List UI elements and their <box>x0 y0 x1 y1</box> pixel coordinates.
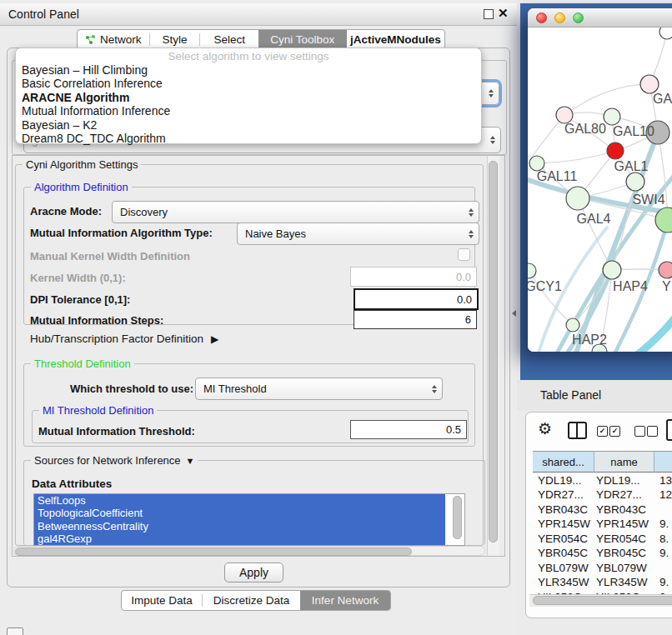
dpi-tolerance-field[interactable]: 0.0 <box>354 288 479 310</box>
node-label: GAL1 <box>614 159 649 173</box>
cell: YDL19... <box>594 474 654 487</box>
column-header-label: name <box>610 456 638 468</box>
node-gal1[interactable] <box>607 142 624 159</box>
list-item[interactable]: gal4RGexp <box>34 532 445 545</box>
node[interactable] <box>659 262 672 278</box>
bottom-tabbar: Impute Data Discretize Data Infer Networ… <box>121 590 391 611</box>
table-row[interactable]: YBR043CYBR043C <box>533 502 659 518</box>
node-label: GCY1 <box>528 279 562 293</box>
node[interactable] <box>659 28 672 39</box>
which-threshold-value: MI Threshold <box>203 382 267 395</box>
node-gal4[interactable] <box>566 187 589 210</box>
mi-steps-value: 6 <box>465 313 471 326</box>
column-header-shared-name[interactable]: shared... <box>533 451 594 472</box>
mi-steps-field[interactable]: 6 <box>354 310 477 329</box>
hub-expander[interactable]: Hub/Transcription Factor Definition ▶ <box>30 332 218 345</box>
node-gcy1[interactable] <box>528 263 536 278</box>
function-builder-icon[interactable] <box>666 419 672 441</box>
cell: 8. <box>654 532 669 545</box>
table-row[interactable]: YDL19...YDL19...13 <box>533 473 672 488</box>
table-row[interactable]: YBR045CYBR045C9. <box>533 546 669 561</box>
tab-jactivemnodules[interactable]: jActiveMNodules <box>347 30 444 49</box>
popup-item[interactable]: Bayesian – Hill Climbing <box>16 63 481 77</box>
zoom-traffic-light[interactable] <box>573 12 584 23</box>
stepper-arrows-icon <box>432 385 437 393</box>
minimize-traffic-light[interactable] <box>554 12 565 23</box>
deselect-all-icon[interactable] <box>634 426 645 437</box>
deselect-all-icon-2[interactable] <box>647 426 658 437</box>
table-row[interactable]: YDR27...YDR27...12 <box>533 488 672 502</box>
list-item[interactable]: TopologicalCoefficient <box>34 507 445 519</box>
mi-threshold-field[interactable]: 0.5 <box>350 420 467 439</box>
settings-hscrollbar-thumb[interactable] <box>15 548 412 556</box>
kernel-width-field[interactable]: 0.0 <box>350 267 477 287</box>
triangle-right-icon: ▶ <box>211 333 218 345</box>
popup-item[interactable]: Bayesian – K2 <box>16 118 481 132</box>
popup-item[interactable]: Mutual Information Inference <box>16 104 481 118</box>
tab-infer-network[interactable]: Infer Network <box>300 591 390 610</box>
control-panel-title: Control Panel <box>8 8 79 21</box>
network-window[interactable]: GAL80 GAL10 GAL1 GAL11 SWI4 GAL4 GCY1 HA… <box>528 8 672 352</box>
manual-kernel-label: Manual Kernel Width Definition <box>30 250 190 262</box>
settings-vscrollbar-thumb[interactable] <box>489 161 498 542</box>
tab-network[interactable]: Network <box>78 30 149 49</box>
stepper-arrows-icon <box>490 136 495 144</box>
select-all-icon[interactable]: ✓ <box>597 426 608 437</box>
hub-expander-label: Hub/Transcription Factor Definition <box>30 332 203 345</box>
popup-item[interactable]: Dream8 DC_TDC Algorithm <box>16 132 481 145</box>
node-label: HAP4 <box>613 279 648 293</box>
node-hap4[interactable] <box>603 261 621 279</box>
network-canvas[interactable]: GAL80 GAL10 GAL1 GAL11 SWI4 GAL4 GCY1 HA… <box>528 28 672 352</box>
select-all-icon-2[interactable]: ✓ <box>609 426 620 437</box>
float-panel-icon[interactable] <box>484 9 494 19</box>
node[interactable] <box>640 75 659 93</box>
tab-select[interactable]: Select <box>200 30 258 49</box>
table-row[interactable]: YBL079WYBL079W <box>533 561 659 576</box>
column-header-partial[interactable] <box>654 451 672 472</box>
table-hscrollbar-thumb[interactable] <box>533 596 672 605</box>
list-vscrollbar-thumb[interactable] <box>453 496 462 539</box>
column-header-label: shared... <box>542 456 584 468</box>
triangle-down-icon[interactable]: ▼ <box>186 456 195 466</box>
cell: 13 <box>654 474 672 487</box>
node[interactable] <box>604 108 620 125</box>
node-swi4[interactable] <box>626 172 644 191</box>
restore-panel-icon[interactable] <box>7 628 23 635</box>
close-traffic-light[interactable] <box>536 12 547 23</box>
node-hap2[interactable] <box>566 318 579 332</box>
node-gal80[interactable] <box>556 107 573 123</box>
cell: YDL19... <box>533 474 594 487</box>
panel-divider-handle[interactable] <box>512 310 516 317</box>
tab-discretize-data[interactable]: Discretize Data <box>203 591 300 610</box>
cell: YBR043C <box>594 503 654 516</box>
list-item[interactable]: BetweennessCentrality <box>34 520 445 532</box>
apply-button[interactable]: Apply <box>224 562 283 582</box>
network-window-titlebar[interactable] <box>528 8 672 28</box>
cell: 9. <box>654 518 669 530</box>
algorithm-popup: Select algorithm to view settings Bayesi… <box>15 48 482 144</box>
network-icon <box>85 34 96 45</box>
which-threshold-combo[interactable]: MI Threshold <box>195 378 443 400</box>
gear-icon[interactable]: ⚙ <box>538 419 552 438</box>
tab-impute-data[interactable]: Impute Data <box>122 591 202 610</box>
popup-placeholder: Select algorithm to view settings <box>16 50 481 63</box>
list-item[interactable]: SelfLoops <box>34 494 445 507</box>
cell: YPR145W <box>594 518 654 530</box>
aracne-mode-combo[interactable]: Discovery <box>112 201 479 223</box>
table-row[interactable]: YLR345WYLR345W9. <box>533 575 669 590</box>
mi-threshold-value: 0.5 <box>446 423 461 436</box>
column-header-name[interactable]: name <box>594 451 654 472</box>
table-row[interactable]: YPR145WYPR145W9. <box>533 517 669 532</box>
tab-style-label: Style <box>162 33 187 46</box>
popup-item-selected[interactable]: ARACNE Algorithm <box>16 91 481 104</box>
tab-cyni-toolbox[interactable]: Cyni Toolbox <box>258 30 347 49</box>
manual-kernel-checkbox[interactable] <box>458 248 470 261</box>
close-icon[interactable]: ✕ <box>498 6 509 21</box>
table-panel-title: Table Panel <box>540 388 601 402</box>
table-row[interactable]: YER054CYER054C8. <box>533 532 669 547</box>
popup-item[interactable]: Basic Correlation Inference <box>16 77 481 90</box>
tab-select-label: Select <box>213 33 245 46</box>
tab-style[interactable]: Style <box>150 30 200 49</box>
node-label: Y <box>662 279 671 293</box>
mi-algorithm-type-combo[interactable]: Naive Bayes <box>237 222 479 245</box>
